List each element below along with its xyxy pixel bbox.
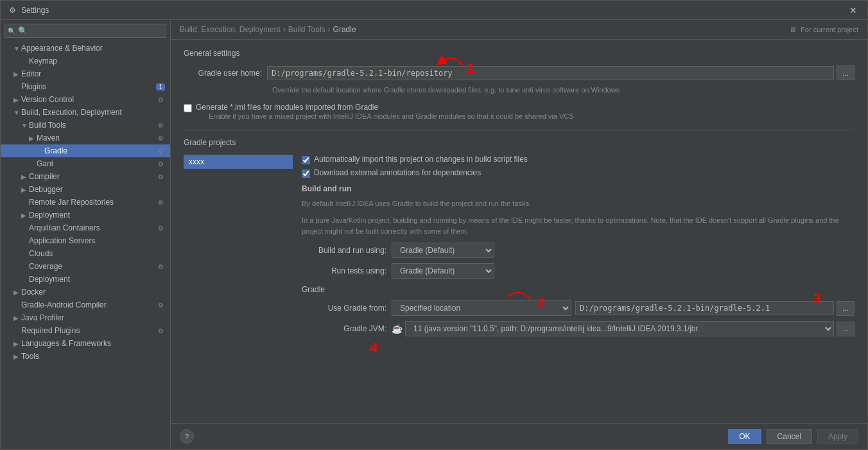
sidebar-item-label: Tools (21, 352, 39, 361)
auto-import-label: Automatically import this project on cha… (314, 155, 528, 164)
plugins-badge: 1 (156, 83, 165, 91)
cancel-button[interactable]: Cancel (767, 429, 812, 444)
close-button[interactable]: ✕ (846, 4, 861, 17)
gradle-user-home-browse-button[interactable]: ... (837, 65, 855, 80)
sidebar-item-tools[interactable]: ▶ Tools (1, 350, 170, 363)
window-icon: ⚙ (7, 5, 17, 15)
build-run-using-select[interactable]: Gradle (Default) (392, 243, 494, 258)
window-title: Settings (21, 6, 846, 15)
sidebar-item-debugger[interactable]: ▶ Debugger (1, 183, 170, 196)
jvm-browse-button[interactable]: ... (837, 322, 855, 336)
gradle-user-home-input[interactable] (267, 66, 834, 80)
sidebar-item-java-profiler[interactable]: ▶ Java Profiler (1, 311, 170, 324)
sidebar-item-version-control[interactable]: ▶ Version Control ⚙ (1, 93, 170, 106)
sidebar-item-label: Keymap (29, 56, 57, 65)
generate-iml-row: Generate *.iml files for modules importe… (184, 103, 855, 121)
generate-iml-label: Generate *.iml files for modules importe… (196, 103, 574, 112)
gradle-path-browse-button[interactable]: ... (837, 301, 855, 316)
project-list-item[interactable]: xxxx (184, 155, 293, 169)
sidebar-item-plugins[interactable]: Plugins 1 (1, 80, 170, 93)
use-gradle-from-label: Use Gradle from: (302, 304, 392, 313)
expand-arrow: ▶ (21, 186, 29, 193)
sidebar-item-gant[interactable]: Gant ⚙ (1, 157, 170, 170)
generate-iml-checkbox[interactable] (184, 104, 192, 112)
jvm-icon: ☕ (392, 324, 403, 334)
settings-icon: ⚙ (156, 95, 165, 104)
sidebar-item-required-plugins[interactable]: Required Plugins ⚙ (1, 324, 170, 337)
projects-area: xxxx Automatically import this project o… (184, 155, 855, 342)
sidebar-item-docker[interactable]: ▶ Docker (1, 286, 170, 299)
breadcrumb-part1: Build, Execution, Deployment (180, 25, 281, 34)
use-gradle-from-row: Use Gradle from: Specified location ... (302, 300, 855, 316)
ok-button[interactable]: OK (728, 429, 761, 444)
sidebar-item-deployment[interactable]: ▶ Deployment (1, 209, 170, 221)
project-list: xxxx (184, 155, 293, 342)
build-run-desc1: By default IntelliJ IDEA uses Gradle to … (302, 198, 855, 209)
settings-icon: ⚙ (156, 223, 165, 232)
run-tests-label: Run tests using: (302, 266, 392, 275)
sidebar-item-arquillian[interactable]: Arquillian Containers ⚙ (1, 221, 170, 234)
apply-button[interactable]: Apply (817, 429, 858, 444)
download-annotations-row: Download external annotations for depend… (302, 168, 855, 178)
gradle-user-home-label: Gradle user home: (184, 69, 267, 78)
settings-icon: ⚙ (156, 326, 165, 335)
build-run-using-label: Build and run using: (302, 246, 392, 255)
expand-arrow: ▼ (13, 109, 21, 116)
use-gradle-from-select[interactable]: Specified location (392, 300, 571, 316)
sidebar-item-compiler[interactable]: ▶ Compiler ⚙ (1, 170, 170, 183)
build-run-using-row: Build and run using: Gradle (Default) (302, 243, 855, 258)
sidebar-item-label: Java Profiler (21, 313, 64, 322)
download-annotations-label: Download external annotations for depend… (314, 168, 481, 177)
sidebar-item-appearance-behavior[interactable]: ▼ Appearance & Behavior (1, 42, 170, 55)
breadcrumb-sep2: › (328, 25, 331, 34)
sidebar-item-label: Debugger (29, 185, 63, 194)
sidebar-item-label: Appearance & Behavior (21, 44, 103, 53)
project-settings: Automatically import this project on cha… (302, 155, 855, 342)
sidebar-item-remote-jar[interactable]: Remote Jar Repositories ⚙ (1, 196, 170, 209)
run-tests-row: Run tests using: Gradle (Default) (302, 263, 855, 279)
sidebar-item-gradle[interactable]: Gradle ⚙ (1, 144, 170, 157)
sidebar-item-label: Remote Jar Repositories (29, 198, 114, 207)
settings-icon: ⚙ (156, 134, 165, 143)
sidebar-item-label: Clouds (29, 249, 53, 258)
sidebar-item-label: Deployment (29, 275, 70, 284)
help-button[interactable]: ? (180, 429, 194, 444)
sidebar-item-gradle-android[interactable]: Gradle-Android Compiler ⚙ (1, 299, 170, 311)
sidebar-item-deployment2[interactable]: Deployment (1, 273, 170, 286)
sidebar-item-maven[interactable]: ▶ Maven ⚙ (1, 132, 170, 144)
sidebar-item-editor[interactable]: ▶ Editor (1, 67, 170, 80)
sidebar-item-clouds[interactable]: Clouds (1, 247, 170, 260)
expand-arrow: ▶ (13, 71, 21, 78)
expand-arrow: ▶ (13, 289, 21, 296)
search-input[interactable] (4, 24, 166, 38)
expand-arrow: ▶ (13, 96, 21, 103)
bottom-bar: ? OK Cancel Apply (171, 423, 867, 449)
generate-iml-hint: Enable if you have a mixed project with … (209, 112, 574, 121)
sidebar-item-label: Deployment (29, 211, 70, 220)
gradle-jvm-select[interactable]: 11 (java version "11.0.5", path: D:/prog… (405, 321, 834, 336)
settings-icon: ⚙ (156, 172, 165, 181)
sidebar-item-build-execution-deployment[interactable]: ▼ Build, Execution, Deployment (1, 106, 170, 119)
gradle-projects-title: Gradle projects (184, 138, 855, 147)
settings-icon: ⚙ (156, 146, 165, 155)
sidebar-item-build-tools[interactable]: ▼ Build Tools ⚙ (1, 119, 170, 132)
run-tests-select[interactable]: Gradle (Default) (392, 263, 494, 279)
build-and-run-title: Build and run (302, 184, 855, 193)
gradle-user-home-hint: Override the default location where Grad… (272, 85, 855, 95)
expand-arrow: ▶ (21, 212, 29, 219)
download-annotations-checkbox[interactable] (302, 169, 310, 178)
gradle-path-input[interactable] (575, 301, 834, 315)
gradle-jvm-label: Gradle JVM: (302, 324, 392, 333)
sidebar-item-languages-frameworks[interactable]: ▶ Languages & Frameworks (1, 337, 170, 350)
auto-import-checkbox[interactable] (302, 156, 310, 164)
expand-arrow: ▼ (21, 122, 29, 129)
sidebar-item-coverage[interactable]: Coverage ⚙ (1, 260, 170, 273)
sidebar-item-keymap[interactable]: Keymap (1, 55, 170, 67)
settings-icon: ⚙ (156, 262, 165, 271)
sidebar-item-label: Languages & Frameworks (21, 339, 111, 348)
main-content: 🔍 ▼ Appearance & Behavior Keymap ▶ Edito… (1, 20, 867, 449)
sidebar-item-application-servers[interactable]: Application Servers (1, 234, 170, 247)
build-run-section: Build and run By default IntelliJ IDEA u… (302, 184, 855, 279)
expand-arrow: ▶ (13, 315, 21, 322)
sidebar-item-label: Version Control (21, 95, 74, 104)
